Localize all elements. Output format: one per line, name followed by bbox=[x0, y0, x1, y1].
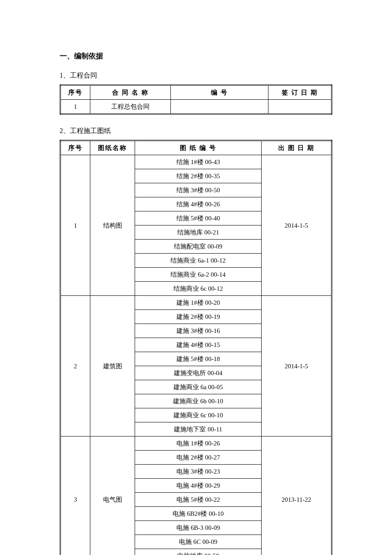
cell-name: 结构图 bbox=[90, 155, 135, 296]
cell-drawing-number: 建施 4#楼 00-15 bbox=[135, 338, 262, 352]
section1-title: 1、工程合同 bbox=[60, 71, 332, 80]
table-row: 3电气图电施 1#楼 00-262013-11-22 bbox=[61, 436, 332, 451]
main-heading: 一、编制依据 bbox=[60, 51, 332, 61]
cell-drawing-number: 建施 5#楼 00-18 bbox=[135, 352, 262, 366]
cell-drawing-number: 建施 3#楼 00-16 bbox=[135, 324, 262, 338]
cell-num bbox=[171, 100, 268, 114]
cell-drawing-number: 结施 3#楼 00-50 bbox=[135, 183, 262, 197]
cell-seq: 3 bbox=[61, 436, 90, 555]
cell-drawing-number: 电施 6B2#楼 00-10 bbox=[135, 507, 262, 521]
document-page: 一、编制依据 1、工程合同 序号 合 同 名 称 编 号 签 订 日 期 1工程… bbox=[0, 0, 392, 555]
cell-drawing-number: 结施商业 6a-1 00-12 bbox=[135, 254, 262, 268]
drawings-table: 序号 图纸名称 图 纸 编 号 出 图 日 期 1结构图结施 1#楼 00-43… bbox=[60, 140, 332, 555]
cell-drawing-number: 结施 5#楼 00-40 bbox=[135, 211, 262, 225]
col-seq: 序号 bbox=[61, 141, 90, 155]
cell-drawing-number: 建施 1#楼 00-20 bbox=[135, 296, 262, 310]
cell-date: 2014-1-5 bbox=[262, 296, 332, 436]
cell-drawing-number: 建施地下室 00-11 bbox=[135, 422, 262, 436]
cell-date: 2013-11-22 bbox=[262, 436, 332, 555]
cell-drawing-number: 结施地库 00-21 bbox=[135, 225, 262, 240]
section2-title: 2、工程施工图纸 bbox=[60, 127, 332, 136]
cell-drawing-number: 建施变电所 00-04 bbox=[135, 366, 262, 380]
cell-drawing-number: 电施地库 00-50 bbox=[135, 549, 262, 555]
table-row: 1工程总包合同 bbox=[61, 100, 332, 114]
cell-name: 建筑图 bbox=[90, 296, 135, 436]
cell-drawing-number: 结施 4#楼 00-26 bbox=[135, 197, 262, 211]
table-header-row: 序号 合 同 名 称 编 号 签 订 日 期 bbox=[61, 85, 332, 100]
cell-drawing-number: 建施商业 6c 00-10 bbox=[135, 408, 262, 422]
cell-drawing-number: 电施 5#楼 00-22 bbox=[135, 493, 262, 507]
cell-drawing-number: 结施 1#楼 00-43 bbox=[135, 155, 262, 169]
table-header-row: 序号 图纸名称 图 纸 编 号 出 图 日 期 bbox=[61, 141, 332, 155]
cell-drawing-number: 电施 1#楼 00-26 bbox=[135, 436, 262, 451]
contract-table: 序号 合 同 名 称 编 号 签 订 日 期 1工程总包合同 bbox=[60, 84, 332, 115]
cell-drawing-number: 结施 2#楼 00-35 bbox=[135, 169, 262, 183]
cell-drawing-number: 结施配电室 00-09 bbox=[135, 240, 262, 254]
col-name: 合 同 名 称 bbox=[90, 85, 171, 100]
table-row: 1结构图结施 1#楼 00-432014-1-5 bbox=[61, 155, 332, 169]
cell-drawing-number: 结施商业 6c 00-12 bbox=[135, 282, 262, 296]
cell-seq: 1 bbox=[61, 100, 90, 114]
cell-drawing-number: 电施 3#楼 00-23 bbox=[135, 465, 262, 479]
cell-drawing-number: 建施商业 6a 00-05 bbox=[135, 380, 262, 394]
cell-date: 2014-1-5 bbox=[262, 155, 332, 296]
table-row: 2建筑图建施 1#楼 00-202014-1-5 bbox=[61, 296, 332, 310]
col-name: 图纸名称 bbox=[90, 141, 135, 155]
cell-drawing-number: 电施 6B-3 00-09 bbox=[135, 521, 262, 535]
cell-drawing-number: 电施 4#楼 00-29 bbox=[135, 479, 262, 493]
cell-drawing-number: 建施 2#楼 00-19 bbox=[135, 310, 262, 324]
cell-name: 电气图 bbox=[90, 436, 135, 555]
cell-drawing-number: 电施 6C 00-09 bbox=[135, 535, 262, 549]
col-seq: 序号 bbox=[61, 85, 90, 100]
cell-seq: 1 bbox=[61, 155, 90, 296]
cell-drawing-number: 结施商业 6a-2 00-14 bbox=[135, 268, 262, 282]
col-date: 签 订 日 期 bbox=[268, 85, 332, 100]
col-number: 图 纸 编 号 bbox=[135, 141, 262, 155]
col-date: 出 图 日 期 bbox=[262, 141, 332, 155]
cell-drawing-number: 电施 2#楼 00-27 bbox=[135, 451, 262, 465]
cell-date bbox=[268, 100, 332, 114]
cell-drawing-number: 建施商业 6b 00-10 bbox=[135, 394, 262, 408]
col-number: 编 号 bbox=[171, 85, 268, 100]
cell-seq: 2 bbox=[61, 296, 90, 436]
cell-name: 工程总包合同 bbox=[90, 100, 171, 114]
